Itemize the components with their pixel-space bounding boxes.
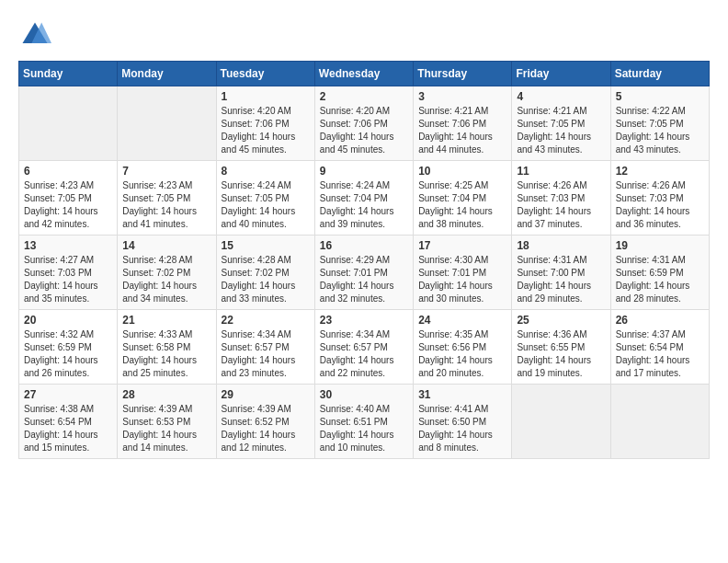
day-info: Sunrise: 4:40 AM Sunset: 6:51 PM Dayligh… xyxy=(320,403,408,454)
day-info: Sunrise: 4:21 AM Sunset: 7:05 PM Dayligh… xyxy=(517,105,605,156)
calendar-cell xyxy=(118,86,216,161)
day-info: Sunrise: 4:21 AM Sunset: 7:06 PM Dayligh… xyxy=(418,105,506,156)
logo xyxy=(18,18,55,52)
calendar-cell: 31Sunrise: 4:41 AM Sunset: 6:50 PM Dayli… xyxy=(414,385,512,459)
day-number: 17 xyxy=(418,239,506,252)
day-number: 27 xyxy=(24,388,112,401)
day-number: 4 xyxy=(517,90,605,103)
calendar-cell: 11Sunrise: 4:26 AM Sunset: 7:03 PM Dayli… xyxy=(512,161,610,236)
day-info: Sunrise: 4:39 AM Sunset: 6:53 PM Dayligh… xyxy=(122,403,210,454)
day-number: 26 xyxy=(616,314,704,327)
calendar-cell: 6Sunrise: 4:23 AM Sunset: 7:05 PM Daylig… xyxy=(19,161,118,236)
calendar-cell: 15Sunrise: 4:28 AM Sunset: 7:02 PM Dayli… xyxy=(216,236,314,310)
calendar-cell: 14Sunrise: 4:28 AM Sunset: 7:02 PM Dayli… xyxy=(118,236,216,310)
day-number: 8 xyxy=(222,165,310,178)
calendar-cell: 9Sunrise: 4:24 AM Sunset: 7:04 PM Daylig… xyxy=(314,161,413,236)
day-number: 28 xyxy=(122,388,210,401)
calendar-header-monday: Monday xyxy=(118,62,216,86)
calendar-cell: 19Sunrise: 4:31 AM Sunset: 6:59 PM Dayli… xyxy=(610,236,709,310)
day-info: Sunrise: 4:25 AM Sunset: 7:04 PM Dayligh… xyxy=(418,179,506,231)
day-info: Sunrise: 4:22 AM Sunset: 7:05 PM Dayligh… xyxy=(616,105,704,156)
calendar-cell: 21Sunrise: 4:33 AM Sunset: 6:58 PM Dayli… xyxy=(118,310,216,385)
calendar-cell: 3Sunrise: 4:21 AM Sunset: 7:06 PM Daylig… xyxy=(414,86,512,161)
day-info: Sunrise: 4:28 AM Sunset: 7:02 PM Dayligh… xyxy=(122,254,210,305)
calendar-cell: 2Sunrise: 4:20 AM Sunset: 7:06 PM Daylig… xyxy=(314,86,413,161)
calendar-week-3: 13Sunrise: 4:27 AM Sunset: 7:03 PM Dayli… xyxy=(19,236,710,310)
day-number: 19 xyxy=(616,239,704,252)
calendar-week-1: 1Sunrise: 4:20 AM Sunset: 7:06 PM Daylig… xyxy=(19,86,710,161)
calendar-cell: 10Sunrise: 4:25 AM Sunset: 7:04 PM Dayli… xyxy=(414,161,512,236)
day-info: Sunrise: 4:38 AM Sunset: 6:54 PM Dayligh… xyxy=(24,403,112,454)
calendar-cell: 25Sunrise: 4:36 AM Sunset: 6:55 PM Dayli… xyxy=(512,310,610,385)
day-number: 24 xyxy=(418,314,506,327)
day-number: 30 xyxy=(320,388,408,401)
calendar-cell: 13Sunrise: 4:27 AM Sunset: 7:03 PM Dayli… xyxy=(19,236,118,310)
day-number: 9 xyxy=(320,165,408,178)
calendar-cell: 22Sunrise: 4:34 AM Sunset: 6:57 PM Dayli… xyxy=(216,310,314,385)
calendar-header-row: SundayMondayTuesdayWednesdayThursdayFrid… xyxy=(19,62,710,86)
day-info: Sunrise: 4:23 AM Sunset: 7:05 PM Dayligh… xyxy=(122,179,210,231)
day-info: Sunrise: 4:34 AM Sunset: 6:57 PM Dayligh… xyxy=(320,328,408,380)
calendar-cell: 23Sunrise: 4:34 AM Sunset: 6:57 PM Dayli… xyxy=(314,310,413,385)
calendar-cell: 5Sunrise: 4:22 AM Sunset: 7:05 PM Daylig… xyxy=(610,86,709,161)
calendar-week-2: 6Sunrise: 4:23 AM Sunset: 7:05 PM Daylig… xyxy=(19,161,710,236)
calendar-header-saturday: Saturday xyxy=(610,62,709,86)
day-info: Sunrise: 4:26 AM Sunset: 7:03 PM Dayligh… xyxy=(517,179,605,231)
calendar-cell xyxy=(19,86,118,161)
day-number: 16 xyxy=(320,239,408,252)
day-info: Sunrise: 4:31 AM Sunset: 7:00 PM Dayligh… xyxy=(517,254,605,305)
calendar-cell: 16Sunrise: 4:29 AM Sunset: 7:01 PM Dayli… xyxy=(314,236,413,310)
day-info: Sunrise: 4:27 AM Sunset: 7:03 PM Dayligh… xyxy=(24,254,112,305)
calendar-week-5: 27Sunrise: 4:38 AM Sunset: 6:54 PM Dayli… xyxy=(19,385,710,459)
calendar-cell: 24Sunrise: 4:35 AM Sunset: 6:56 PM Dayli… xyxy=(414,310,512,385)
day-info: Sunrise: 4:37 AM Sunset: 6:54 PM Dayligh… xyxy=(616,328,704,380)
day-info: Sunrise: 4:31 AM Sunset: 6:59 PM Dayligh… xyxy=(616,254,704,305)
day-number: 5 xyxy=(616,90,704,103)
calendar-cell: 8Sunrise: 4:24 AM Sunset: 7:05 PM Daylig… xyxy=(216,161,314,236)
calendar-header-thursday: Thursday xyxy=(414,62,512,86)
calendar-cell: 4Sunrise: 4:21 AM Sunset: 7:05 PM Daylig… xyxy=(512,86,610,161)
calendar-table: SundayMondayTuesdayWednesdayThursdayFrid… xyxy=(18,61,710,459)
day-info: Sunrise: 4:35 AM Sunset: 6:56 PM Dayligh… xyxy=(418,328,506,380)
day-info: Sunrise: 4:24 AM Sunset: 7:04 PM Dayligh… xyxy=(320,179,408,231)
calendar-cell: 1Sunrise: 4:20 AM Sunset: 7:06 PM Daylig… xyxy=(216,86,314,161)
day-number: 10 xyxy=(418,165,506,178)
calendar-header-sunday: Sunday xyxy=(19,62,118,86)
day-number: 3 xyxy=(418,90,506,103)
day-number: 15 xyxy=(222,239,310,252)
day-number: 20 xyxy=(24,314,112,327)
calendar-header-tuesday: Tuesday xyxy=(216,62,314,86)
day-number: 12 xyxy=(616,165,704,178)
day-info: Sunrise: 4:24 AM Sunset: 7:05 PM Dayligh… xyxy=(222,179,310,231)
day-number: 21 xyxy=(122,314,210,327)
calendar-header-friday: Friday xyxy=(512,62,610,86)
day-info: Sunrise: 4:20 AM Sunset: 7:06 PM Dayligh… xyxy=(320,105,408,156)
calendar-cell: 28Sunrise: 4:39 AM Sunset: 6:53 PM Dayli… xyxy=(118,385,216,459)
day-number: 14 xyxy=(122,239,210,252)
day-number: 13 xyxy=(24,239,112,252)
day-info: Sunrise: 4:28 AM Sunset: 7:02 PM Dayligh… xyxy=(222,254,310,305)
calendar-cell: 12Sunrise: 4:26 AM Sunset: 7:03 PM Dayli… xyxy=(610,161,709,236)
day-info: Sunrise: 4:23 AM Sunset: 7:05 PM Dayligh… xyxy=(24,179,112,231)
page-header xyxy=(18,18,710,52)
day-number: 18 xyxy=(517,239,605,252)
day-number: 6 xyxy=(24,165,112,178)
day-number: 25 xyxy=(517,314,605,327)
calendar-cell xyxy=(512,385,610,459)
day-number: 11 xyxy=(517,165,605,178)
day-number: 23 xyxy=(320,314,408,327)
calendar-cell xyxy=(610,385,709,459)
day-info: Sunrise: 4:26 AM Sunset: 7:03 PM Dayligh… xyxy=(616,179,704,231)
calendar-cell: 18Sunrise: 4:31 AM Sunset: 7:00 PM Dayli… xyxy=(512,236,610,310)
calendar-week-4: 20Sunrise: 4:32 AM Sunset: 6:59 PM Dayli… xyxy=(19,310,710,385)
day-number: 31 xyxy=(418,388,506,401)
logo-icon xyxy=(18,18,51,52)
day-number: 29 xyxy=(222,388,310,401)
day-info: Sunrise: 4:36 AM Sunset: 6:55 PM Dayligh… xyxy=(517,328,605,380)
calendar-cell: 17Sunrise: 4:30 AM Sunset: 7:01 PM Dayli… xyxy=(414,236,512,310)
day-info: Sunrise: 4:30 AM Sunset: 7:01 PM Dayligh… xyxy=(418,254,506,305)
calendar-cell: 26Sunrise: 4:37 AM Sunset: 6:54 PM Dayli… xyxy=(610,310,709,385)
calendar-cell: 29Sunrise: 4:39 AM Sunset: 6:52 PM Dayli… xyxy=(216,385,314,459)
day-number: 7 xyxy=(122,165,210,178)
day-info: Sunrise: 4:29 AM Sunset: 7:01 PM Dayligh… xyxy=(320,254,408,305)
